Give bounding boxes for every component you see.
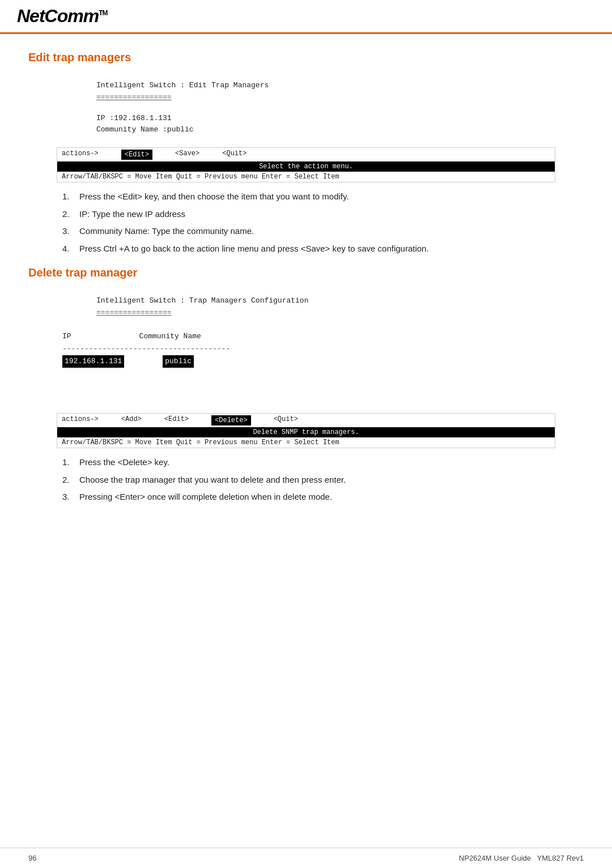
netcomm-logo: NetCommTM [17,6,107,27]
quit-btn[interactable]: <Quit> [222,150,246,160]
edit-community-value: :public [163,125,194,134]
edit-terminal-underline: ================= [96,92,584,104]
edit-community-label: Community Name [96,125,158,134]
delete-action-bar-middle: Delete SNMP trap managers. [57,427,555,437]
actions-label: actions-> [62,150,99,160]
edit-btn[interactable]: <Edit> [121,150,152,160]
delete-edit-btn[interactable]: <Edit> [164,415,189,426]
edit-instruction-1: 1.Press the <Edit> key, and then choose … [62,190,584,203]
delete-instruction-2: 2.Choose the trap manager that you want … [62,474,584,487]
delete-instruction-1: 1.Press the <Delete> key. [62,456,584,469]
edit-section-title: Edit trap managers [28,51,584,64]
row-ip-value: 192.168.1.131 [62,355,124,368]
delete-table-header: IP Community Name [62,330,584,343]
doc-title: NP2624M User Guide [459,854,531,862]
page-number: 96 [28,854,36,862]
delete-instructions: 1.Press the <Delete> key. 2.Choose the t… [62,456,584,504]
doc-info: NP2624M User Guide YML827 Rev1 [459,854,584,862]
edit-terminal-line1: Intelligent Switch : Edit Trap Managers [96,80,584,92]
edit-terminal: Intelligent Switch : Edit Trap Managers … [28,74,584,142]
delete-action-bar-bottom: Arrow/TAB/BKSPC = Move Item Quit = Previ… [57,437,555,448]
delete-table: IP Community Name ----------------------… [62,330,584,368]
delete-action-bar-top: actions-> <Add> <Edit> <Delete> <Quit> [57,414,555,427]
edit-action-bar-bottom: Arrow/TAB/BKSPC = Move Item Quit = Previ… [57,172,555,182]
logo-trademark: TM [99,9,107,17]
table-divider: -------------------------------------- [62,343,584,355]
delete-action-bar: actions-> <Add> <Edit> <Delete> <Quit> D… [57,413,555,448]
edit-instruction-3: 3.Community Name: Type the community nam… [62,225,584,238]
delete-terminal-underline: ================= [96,307,584,319]
delete-delete-btn[interactable]: <Delete> [211,415,251,426]
col-community-header: Community Name [139,330,201,343]
edit-action-bar-top: actions-> <Edit> <Save> <Quit> [57,148,555,161]
edit-ip-value: :192.168.1.131 [109,114,171,122]
row-community-value: public [163,355,194,368]
delete-terminal: Intelligent Switch : Trap Managers Confi… [28,290,584,325]
edit-action-bar-middle: Select the action menu. [57,161,555,172]
edit-community-line: Community Name :public [96,124,584,136]
delete-terminal-line1: Intelligent Switch : Trap Managers Confi… [96,295,584,307]
save-btn[interactable]: <Save> [175,150,199,160]
delete-quit-btn[interactable]: <Quit> [274,415,298,426]
edit-ip-line: IP :192.168.1.131 [96,113,584,125]
doc-revision: YML827 Rev1 [537,854,584,862]
edit-instruction-2: 2.IP: Type the new IP address [62,208,584,221]
edit-instruction-4: 4.Press Ctrl +A to go back to the action… [62,242,584,256]
delete-actions-label: actions-> [62,415,99,426]
col-ip-header: IP [62,330,71,343]
delete-add-btn[interactable]: <Add> [121,415,142,426]
edit-ip-label: IP [96,114,105,122]
delete-instruction-3: 3.Pressing <Enter> once will complete de… [62,491,584,504]
delete-table-row: 192.168.1.131 public [62,355,584,368]
page-header: NetCommTM [0,0,612,34]
edit-action-bar: actions-> <Edit> <Save> <Quit> Select th… [57,147,555,182]
page-footer: 96 NP2624M User Guide YML827 Rev1 [0,848,612,868]
edit-instructions: 1.Press the <Edit> key, and then choose … [62,190,584,255]
page-content: Edit trap managers Intelligent Switch : … [0,34,612,549]
delete-section-title: Delete trap manager [28,266,584,279]
